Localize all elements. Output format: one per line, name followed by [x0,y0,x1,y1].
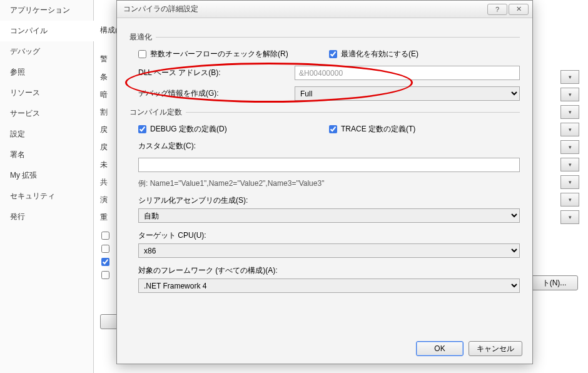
target-cpu-select[interactable]: x86 [138,243,520,258]
group-optimizations: 最適化 [129,32,520,43]
divider [156,37,520,38]
remove-overflow-checkbox-label[interactable]: 整数オーバーフローのチェックを解除(R) [138,49,329,59]
custom-const-input[interactable] [138,158,520,172]
ok-button[interactable]: OK [416,341,464,356]
bg-checkbox[interactable] [101,271,109,279]
example-text: 例: Name1="Value1",Name2="Value2",Name3="… [138,178,520,189]
bg-dropdown-btn[interactable] [560,210,579,224]
group-title-optimizations: 最適化 [129,32,152,43]
group-title-constants: コンパイル定数 [129,107,182,118]
remove-overflow-text: 整数オーバーフローのチェックを解除(R) [150,49,288,59]
serialize-label: シリアル化アセンブリの生成(S): [138,195,520,206]
debug-const-text: DEBUG 定数の定義(D) [150,124,227,135]
close-button[interactable]: ✕ [509,4,529,15]
divider [186,112,520,113]
remove-overflow-checkbox[interactable] [138,50,146,58]
sidebar-item-application[interactable]: アプリケーション [0,0,93,21]
bg-side-labels: 条 暗 割 戻 戻 未 共 演 重 [100,70,108,224]
sidebar-item-debug[interactable]: デバッグ [0,41,93,62]
dialog-title: コンパイラの詳細設定 [123,4,486,14]
sidebar-item-services[interactable]: サービス [0,103,93,124]
debug-info-label: デバッグ情報を作成(G): [138,88,295,99]
bg-dropdown-btn[interactable] [560,70,579,84]
debug-const-checkbox-label[interactable]: DEBUG 定数の定義(D) [138,124,329,135]
dialog-titlebar: コンパイラの詳細設定 ? ✕ [117,1,532,18]
bg-checkbox[interactable] [101,232,109,240]
bg-dropdown-column [560,70,579,224]
debug-info-select[interactable]: Full [295,86,520,101]
bg-checkbox-list [101,232,113,279]
sidebar-item-signing[interactable]: 署名 [0,145,93,165]
help-button[interactable]: ? [487,4,507,15]
custom-const-label: カスタム定数(C): [138,141,295,151]
enable-optimizations-checkbox-label[interactable]: 最適化を有効にする(E) [329,49,520,59]
trace-const-checkbox[interactable] [329,125,337,133]
dll-base-label: DLL ベース アドレス(B): [138,68,295,78]
bg-checkbox[interactable] [101,258,109,266]
cancel-button[interactable]: キャンセル [469,341,522,356]
sidebar-item-references[interactable]: 参照 [0,62,93,83]
sidebar-item-my-extensions[interactable]: My 拡張 [0,165,93,186]
bg-checkbox[interactable] [101,245,109,253]
bg-dropdown-btn[interactable] [560,123,579,136]
dll-base-input[interactable] [295,66,520,80]
bg-dropdown-btn[interactable] [560,175,579,189]
bg-advanced-button[interactable]: ト(N)... [530,275,578,290]
trace-const-checkbox-label[interactable]: TRACE 定数の定義(T) [329,124,520,135]
bg-dropdown-btn[interactable] [560,140,579,154]
trace-const-text: TRACE 定数の定義(T) [341,124,415,135]
debug-const-checkbox[interactable] [138,125,146,133]
enable-optimizations-text: 最適化を有効にする(E) [341,49,418,59]
serialize-select[interactable]: 自動 [138,208,520,223]
bg-dropdown-btn[interactable] [560,158,579,171]
sidebar-item-resources[interactable]: リソース [0,83,93,103]
sidebar-item-publish[interactable]: 発行 [0,207,93,227]
sidebar: アプリケーション コンパイル デバッグ 参照 リソース サービス 設定 署名 M… [0,0,94,373]
dialog-footer: OK キャンセル [416,341,522,356]
bg-config-label: 構成( [100,25,118,36]
bg-dropdown-btn[interactable] [560,105,579,119]
target-cpu-label: ターゲット CPU(U): [138,230,520,241]
bg-dropdown-btn[interactable] [560,88,579,101]
sidebar-item-compile[interactable]: コンパイル [0,21,94,41]
sidebar-item-settings[interactable]: 設定 [0,124,93,145]
bg-warn-header: 警 [100,54,108,64]
bg-dropdown-btn[interactable] [560,193,579,207]
enable-optimizations-checkbox[interactable] [329,50,337,58]
sidebar-item-security[interactable]: セキュリティ [0,186,93,207]
target-framework-label: 対象のフレームワーク (すべての構成)(A): [138,265,520,276]
group-compile-constants: コンパイル定数 [129,107,520,118]
advanced-compiler-settings-dialog: コンパイラの詳細設定 ? ✕ 最適化 整数オーバーフローのチェックを解除(R) … [116,0,533,364]
target-framework-select[interactable]: .NET Framework 4 [138,278,520,293]
dialog-body: 最適化 整数オーバーフローのチェックを解除(R) 最適化を有効にする(E) DL… [117,18,532,364]
